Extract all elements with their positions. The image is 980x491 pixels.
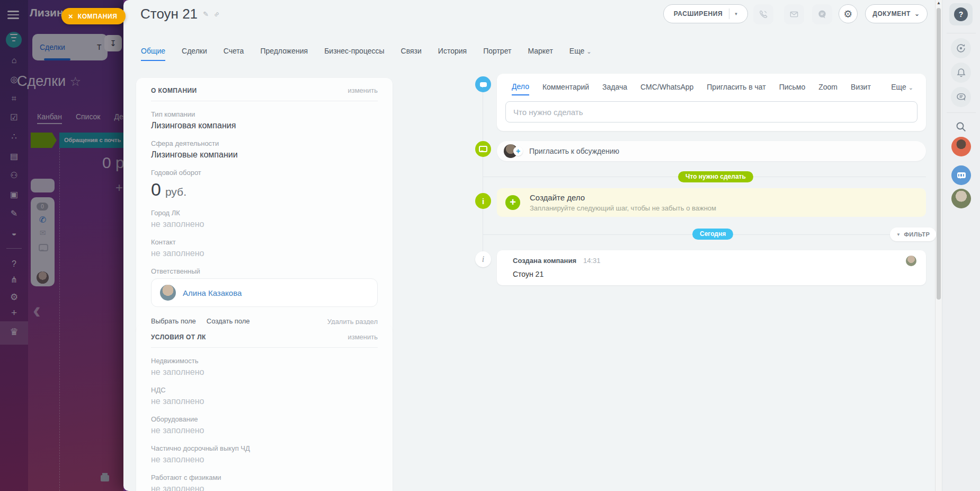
tab-bizproc[interactable]: Бизнес-процессы (324, 47, 384, 61)
company-slider: Стоун 21 ✎ ∞ РАСШИРЕНИЯ ▾ ⚙ ДОКУМЕНТ ⌄ О… (123, 0, 942, 491)
tab-portrait[interactable]: Портрет (483, 47, 511, 61)
timeline-composer-card: Дело Комментарий Задача СМС/WhatsApp При… (497, 74, 926, 131)
edit-title-icon[interactable]: ✎ (203, 10, 209, 18)
entry-time: 14:31 (583, 257, 601, 265)
timeline-tabs: Дело Комментарий Задача СМС/WhatsApp При… (512, 82, 913, 95)
banner-subtitle: Запланируйте следующий шаг, чтобы не заб… (530, 204, 716, 212)
responsible-name-link[interactable]: Алина Казакова (183, 288, 242, 297)
group-chat-icon[interactable] (951, 165, 971, 185)
today-badge: Сегодня (692, 229, 733, 240)
timeline-filter-button[interactable]: ▼ ФИЛЬТР (890, 227, 936, 241)
chat-button[interactable] (951, 87, 971, 107)
invite-label: Пригласить к обсуждению (529, 147, 619, 155)
scroll-up-arrow[interactable]: ▲ (936, 1, 942, 5)
page-title: Стоун 21 ✎ ∞ (140, 6, 219, 22)
tl-tab-sms[interactable]: СМС/WhatsApp (640, 83, 693, 95)
right-panel: ? (942, 0, 980, 491)
recent-user-avatar[interactable] (951, 137, 971, 156)
tab-quotes[interactable]: Предложения (260, 47, 308, 61)
field-industry: Сфера деятельности Лизинговые компании (151, 139, 378, 160)
call-button[interactable] (753, 4, 773, 24)
question-icon: ? (954, 7, 968, 21)
scrollbar-thumb[interactable] (937, 8, 941, 300)
document-button[interactable]: ДОКУМЕНТ ⌄ (865, 4, 928, 23)
tab-market[interactable]: Маркет (528, 47, 553, 61)
background-page: ⌂ ◎ ⌗ ☑ ∴ ▤ ⚇ ▣ ✎ ◒ ? ⋔ ⚙ + ♛ Лизин Сдел… (0, 0, 123, 491)
todo-input[interactable] (505, 101, 917, 122)
tl-tab-more[interactable]: Еще⌄ (891, 83, 913, 95)
banner-title: Создайте дело (530, 193, 585, 202)
search-button[interactable] (951, 117, 971, 137)
filter-label: ФИЛЬТР (904, 231, 930, 238)
slider-entity-label: КОМПАНИЯ (78, 13, 118, 20)
responsible-box: Алина Казакова (151, 278, 378, 307)
field-revenue: Годовой оборот 0руб. (151, 169, 378, 200)
settings-gear-button[interactable]: ⚙ (839, 4, 858, 23)
slider-close-button[interactable]: × КОМПАНИЯ (61, 8, 126, 24)
field-realty: Недвижимость не заполнено (151, 357, 378, 377)
field-company-type: Тип компании Лизинговая компания (151, 110, 378, 130)
caret-down-icon[interactable]: ▾ (735, 11, 737, 16)
edit-section-link[interactable]: изменить (348, 86, 378, 94)
tl-tab-invite-chat[interactable]: Пригласить в чат (707, 83, 765, 95)
create-activity-banner: + Создайте дело Запланируйте следующий ш… (497, 188, 926, 217)
gear-icon: ⚙ (843, 8, 853, 20)
tab-general[interactable]: Общие (141, 47, 165, 61)
close-icon[interactable]: × (68, 12, 73, 21)
button-splitter (729, 8, 729, 19)
entry-body: Стоун 21 (513, 270, 544, 278)
chevron-down-icon: ⌄ (586, 48, 591, 55)
timeline-line (483, 85, 483, 262)
help-button[interactable]: ? (949, 3, 973, 25)
add-user-icon[interactable]: + (513, 146, 523, 156)
tl-tab-activity[interactable]: Дело (512, 82, 529, 95)
invite-discussion-row[interactable]: + Пригласить к обсуждению (497, 141, 926, 161)
tab-invoices[interactable]: Счета (224, 47, 244, 61)
extensions-label: РАСШИРЕНИЯ (674, 10, 723, 17)
avatar: + (504, 144, 518, 158)
divider (151, 101, 378, 101)
info-icon: i (475, 193, 491, 209)
field-vat: НДС не заполнено (151, 386, 378, 406)
extensions-button[interactable]: РАСШИРЕНИЯ ▾ (663, 4, 748, 23)
tl-tab-zoom[interactable]: Zoom (818, 83, 838, 95)
divider (947, 112, 976, 113)
field-responsible: Ответственный Алина Казакова (151, 267, 378, 307)
modal-dim-overlay[interactable] (0, 0, 123, 491)
tab-links[interactable]: Связи (401, 47, 422, 61)
tab-history[interactable]: История (438, 47, 467, 61)
funnel-icon: ▼ (896, 232, 901, 237)
tab-deals[interactable]: Сделки (182, 47, 207, 61)
field-individuals: Работают с физиками не заполнено (151, 474, 378, 491)
tl-tab-visit[interactable]: Визит (851, 83, 871, 95)
comment-bubble-icon (475, 76, 491, 92)
divider (151, 347, 378, 348)
messenger-button[interactable] (812, 4, 832, 24)
chevron-down-icon: ⌄ (908, 84, 913, 91)
timeline-entry-card[interactable]: Создана компания 14:31 Стоун 21 (497, 250, 926, 285)
field-city: Город ЛК не заполнено (151, 209, 378, 229)
tl-tab-comment[interactable]: Комментарий (542, 83, 589, 95)
discussion-bubble-icon (475, 141, 491, 157)
divider (947, 33, 976, 33)
edit-section-link[interactable]: изменить (348, 333, 378, 341)
document-label: ДОКУМЕНТ (872, 10, 911, 17)
app-root: ⌂ ◎ ⌗ ☑ ∴ ▤ ⚇ ▣ ✎ ◒ ? ⋔ ⚙ + ♛ Лизин Сдел… (0, 0, 980, 491)
field-contact: Контакт не заполнено (151, 238, 378, 258)
entry-title: Создана компания (513, 257, 576, 265)
recent-user-avatar[interactable] (951, 189, 971, 208)
avatar (906, 256, 916, 266)
conditions-card: УСЛОВИЯ ОТ ЛК изменить Недвижимость не з… (136, 325, 393, 491)
pulse-refresh-button[interactable] (951, 38, 971, 58)
slider-scrollbar: ▲ (935, 0, 942, 491)
copy-link-icon[interactable]: ∞ (212, 10, 221, 19)
info-icon: i (475, 251, 491, 267)
field-early-buyout: Частично досрочный выкуп ЧД не заполнено (151, 444, 378, 464)
tl-tab-task[interactable]: Задача (602, 83, 627, 95)
add-activity-icon[interactable]: + (505, 195, 520, 210)
notifications-button[interactable] (951, 63, 971, 83)
section-title: О КОМПАНИИ (151, 87, 197, 94)
email-button[interactable] (784, 4, 804, 24)
tab-more[interactable]: Еще⌄ (569, 47, 592, 61)
tl-tab-mail[interactable]: Письмо (779, 83, 806, 95)
